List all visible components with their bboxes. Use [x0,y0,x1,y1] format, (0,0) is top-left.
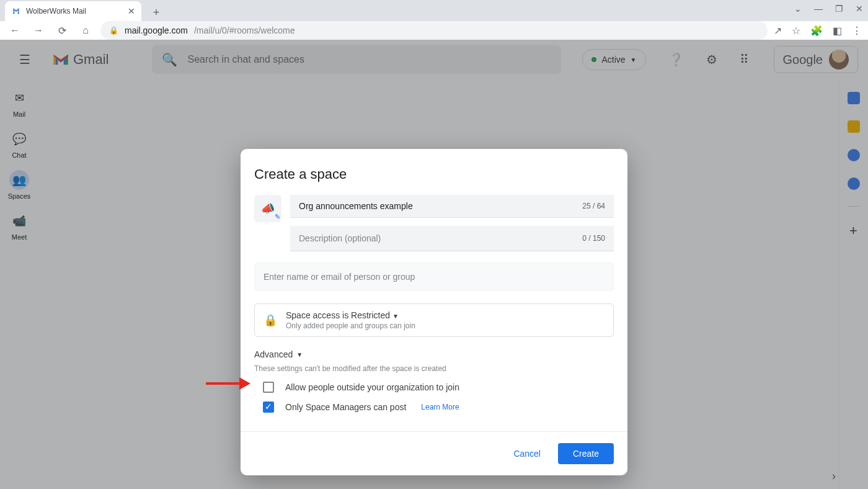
reload-icon[interactable]: ⟳ [53,22,71,39]
people-input[interactable]: Enter name or email of person or group [254,262,614,291]
new-tab-button[interactable]: + [148,4,165,21]
close-window-icon[interactable]: ✕ [856,4,863,14]
learn-more-link[interactable]: Learn More [421,403,459,411]
advanced-toggle[interactable]: Advanced ▼ [254,349,614,359]
address-bar[interactable]: 🔒 mail.google.com/mail/u/0/#rooms/welcom… [100,21,768,40]
edit-pencil-icon: ✎ [275,213,280,221]
chevron-down-icon: ▼ [392,313,399,320]
allow-external-label: Allow people outside your organization t… [285,382,459,392]
forward-icon[interactable]: → [30,22,47,39]
url-host: mail.google.com [125,25,188,35]
advanced-label: Advanced [254,349,293,359]
tab-close-icon[interactable]: ✕ [128,6,135,16]
minimize-icon[interactable]: — [814,4,823,14]
dialog-title: Create a space [254,166,614,182]
name-counter: 25 / 64 [582,202,605,210]
description-input[interactable]: Description (optional) 0 / 150 [290,226,614,251]
share-icon[interactable]: ↗ [774,25,782,37]
url-path: /mail/u/0/#rooms/welcome [194,25,295,35]
tab-title: WolberWorks Mail [26,7,86,16]
extensions-icon[interactable]: 🧩 [810,25,823,37]
managers-only-label: Only Space Managers can post [285,402,406,412]
description-placeholder: Description (optional) [299,233,381,243]
bookmark-icon[interactable]: ☆ [792,25,800,37]
gmail-favicon [11,6,21,16]
managers-only-checkbox[interactable] [263,402,274,413]
access-subtext: Only added people and groups can join [286,321,415,330]
annotation-arrow [206,379,255,388]
create-button[interactable]: Create [558,443,614,464]
back-icon[interactable]: ← [6,22,24,39]
people-placeholder: Enter name or email of person or group [264,272,415,282]
space-name-input[interactable]: Org announcements example 25 / 64 [290,195,614,218]
allow-external-checkbox[interactable] [263,382,274,393]
access-prefix: Space access is [286,310,351,320]
lock-icon: 🔒 [109,26,118,35]
create-space-dialog: Create a space 📣✎ Org announcements exam… [241,149,627,475]
advanced-note: These settings can't be modified after t… [254,364,614,373]
home-icon[interactable]: ⌂ [77,22,94,39]
space-name-value: Org announcements example [299,201,413,211]
sidepanel-icon[interactable]: ◧ [833,25,842,37]
cancel-button[interactable]: Cancel [505,443,549,464]
space-access-dropdown[interactable]: 🔒 Space access is Restricted▼ Only added… [254,303,614,337]
access-value: Restricted [351,310,390,320]
lock-icon: 🔒 [264,313,277,327]
chrome-menu-icon[interactable]: ⋮ [852,25,862,37]
chevron-down-icon: ▼ [296,351,303,358]
tab-search-icon[interactable]: ⌄ [794,4,802,14]
space-emoji-picker[interactable]: 📣✎ [254,195,281,222]
restore-icon[interactable]: ❐ [835,4,843,14]
browser-tab[interactable]: WolberWorks Mail ✕ [5,1,141,21]
desc-counter: 0 / 150 [582,234,605,243]
